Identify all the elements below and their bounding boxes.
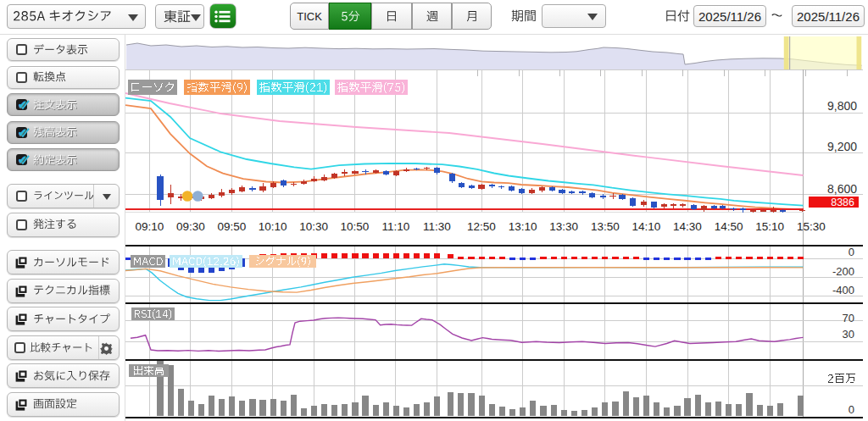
svg-text:09:50: 09:50	[217, 220, 246, 233]
svg-text:9,200: 9,200	[827, 140, 857, 153]
svg-text:09:10: 09:10	[136, 220, 164, 233]
svg-text:13:10: 13:10	[509, 220, 537, 233]
svg-text:8,600: 8,600	[827, 182, 857, 196]
svg-text:-200: -200	[832, 265, 854, 278]
svg-text:70: 70	[843, 312, 854, 324]
svg-text:14:50: 14:50	[715, 220, 743, 233]
svg-text:12:50: 12:50	[467, 220, 496, 233]
svg-text:10:10: 10:10	[259, 220, 287, 233]
svg-text:0: 0	[849, 246, 854, 258]
svg-text:10:50: 10:50	[341, 220, 370, 233]
svg-text:8386: 8386	[831, 197, 854, 208]
svg-text:30: 30	[843, 328, 854, 341]
svg-text:11:30: 11:30	[423, 220, 451, 233]
svg-text:9,800: 9,800	[827, 99, 857, 113]
svg-text:15:10: 15:10	[755, 220, 784, 233]
svg-text:13:50: 13:50	[591, 220, 620, 233]
svg-text:14:30: 14:30	[673, 220, 702, 233]
svg-text:11:10: 11:10	[382, 220, 410, 233]
svg-text:-400: -400	[832, 284, 854, 296]
svg-text:0: 0	[849, 403, 854, 416]
svg-text:09:30: 09:30	[176, 220, 205, 233]
svg-text:14:10: 14:10	[632, 220, 661, 233]
svg-text:13:30: 13:30	[549, 220, 578, 233]
svg-text:10:30: 10:30	[299, 220, 328, 233]
svg-text:15:30: 15:30	[797, 220, 826, 233]
